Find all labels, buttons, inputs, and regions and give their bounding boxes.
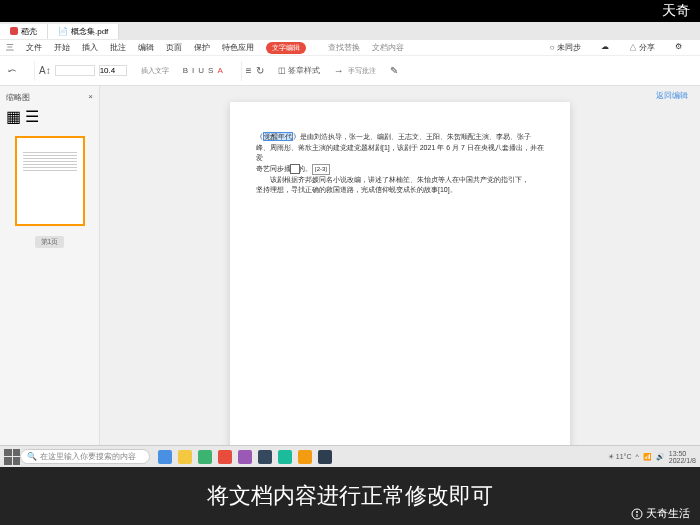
tray-volume-icon[interactable]: 🔊: [656, 453, 665, 461]
page-thumbnail[interactable]: [15, 136, 85, 226]
edit-mode-pill[interactable]: 文字编辑: [266, 42, 306, 54]
size-field[interactable]: [99, 65, 127, 76]
svg-point-1: [636, 511, 638, 513]
taskbar-search[interactable]: 🔍在这里输入你要搜索的内容: [20, 449, 150, 464]
nav-icon[interactable]: ⤺: [8, 65, 16, 76]
color-button[interactable]: A: [217, 66, 222, 75]
letterbox-top: 天奇: [0, 0, 700, 22]
menu-item[interactable]: 保护: [194, 42, 210, 53]
weather-widget[interactable]: ☀ 11°C: [608, 453, 632, 461]
menu-extra[interactable]: 查找替换: [328, 42, 360, 53]
menu-item[interactable]: 批注: [110, 42, 126, 53]
app-icon[interactable]: [178, 450, 192, 464]
menu-item[interactable]: 页面: [166, 42, 182, 53]
share-icon[interactable]: △ 分享: [629, 42, 655, 53]
subtitle-bar: 将文档内容进行正常修改即可 天奇生活: [0, 467, 700, 525]
menu-item[interactable]: 文件: [26, 42, 42, 53]
tray-wifi-icon[interactable]: 📶: [643, 453, 652, 461]
app-icon[interactable]: [198, 450, 212, 464]
citation-box[interactable]: [2-3]: [312, 164, 330, 175]
menu-item[interactable]: 编辑: [138, 42, 154, 53]
rotate-icon[interactable]: ↻: [256, 65, 264, 76]
search-icon: 🔍: [27, 452, 37, 461]
app-icon[interactable]: [258, 450, 272, 464]
subtitle-text: 将文档内容进行正常修改即可: [207, 481, 493, 511]
menu-item[interactable]: 插入: [82, 42, 98, 53]
start-button[interactable]: [4, 449, 20, 465]
thumb-list-icon[interactable]: ☰: [25, 107, 39, 126]
app-icon[interactable]: [298, 450, 312, 464]
insert-text-label: 插入文字: [141, 66, 169, 76]
arrow-icon[interactable]: →: [334, 65, 344, 76]
underline-button[interactable]: U: [198, 66, 204, 75]
selected-text[interactable]: 觉醒年代: [263, 132, 293, 141]
edit-cursor-handle[interactable]: [290, 164, 300, 174]
sync-status[interactable]: ○ 未同步: [550, 42, 581, 53]
clock[interactable]: 13:502022/1/8: [669, 450, 696, 464]
italic-button[interactable]: I: [192, 66, 194, 75]
app-icon[interactable]: [158, 450, 172, 464]
thumb-grid-icon[interactable]: ▦: [6, 107, 21, 126]
sidebar-close-icon[interactable]: ×: [88, 92, 93, 103]
cloud-icon[interactable]: ☁: [601, 42, 609, 53]
bold-button[interactable]: B: [183, 66, 188, 75]
tab-home[interactable]: 稻壳: [0, 24, 48, 39]
thumbnail-sidebar: 缩略图× ▦☰ 第1页: [0, 86, 100, 451]
watermark: 天奇生活: [631, 506, 690, 521]
menu-item[interactable]: 特色应用: [222, 42, 254, 53]
back-to-edit-link[interactable]: 返回编辑: [656, 90, 688, 101]
app-icon[interactable]: [238, 450, 252, 464]
menu-item[interactable]: 三: [6, 42, 14, 53]
font-icon[interactable]: A↕: [39, 65, 51, 76]
windows-taskbar: 🔍在这里输入你要搜索的内容 ☀ 11°C ^ 📶 🔊 13:502022/1/8: [0, 445, 700, 467]
app-icon[interactable]: [218, 450, 232, 464]
strike-button[interactable]: S: [208, 66, 213, 75]
handwrite-label[interactable]: 手写批注: [348, 66, 376, 76]
thumbnail-page-label: 第1页: [35, 236, 65, 248]
settings-icon[interactable]: ⚙: [675, 42, 682, 53]
document-page[interactable]: 《觉醒年代》是由刘浩执导，张一龙、编剧、王志文、王阳、朱贺顺配主演、李易、张子 …: [230, 102, 570, 451]
document-tabs: 稻壳 📄概念集.pdf: [0, 22, 700, 40]
sidebar-title: 缩略图: [6, 92, 30, 103]
align-icon[interactable]: ≡: [246, 65, 252, 76]
menu-extra[interactable]: 文档内容: [372, 42, 404, 53]
stamp-button[interactable]: ◫ 签章样式: [278, 65, 320, 76]
menu-item[interactable]: 开始: [54, 42, 70, 53]
app-icon[interactable]: [318, 450, 332, 464]
tab-document[interactable]: 📄概念集.pdf: [48, 24, 119, 39]
menu-bar: 三 文件 开始 插入 批注 编辑 页面 保护 特色应用 文字编辑 查找替换 文档…: [0, 40, 700, 56]
font-select[interactable]: [55, 65, 95, 76]
document-canvas[interactable]: 返回编辑 《觉醒年代》是由刘浩执导，张一龙、编剧、王志文、王阳、朱贺顺配主演、李…: [100, 86, 700, 451]
app-icon[interactable]: [278, 450, 292, 464]
tray-chevron-icon[interactable]: ^: [635, 453, 638, 460]
app-window: 稻壳 📄概念集.pdf 三 文件 开始 插入 批注 编辑 页面 保护 特色应用 …: [0, 22, 700, 467]
pen-icon[interactable]: ✎: [390, 65, 398, 76]
taskbar-apps: [158, 450, 332, 464]
toolbar: ⤺ A↕ 插入文字 B I U S A ≡↻ ◫ 签章样式 →手写批注 ✎: [0, 56, 700, 86]
